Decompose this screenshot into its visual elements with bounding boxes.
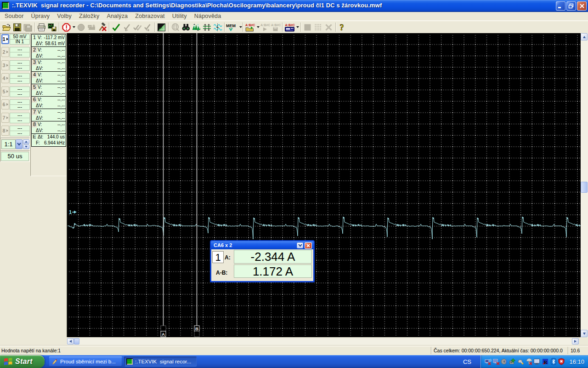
- channel-8-input[interactable]: ---: [10, 131, 30, 136]
- channel-2-input[interactable]: ---: [10, 52, 30, 58]
- delete-record-button[interactable]: [97, 22, 107, 33]
- menu-item-pravy[interactable]: Úpravy: [28, 12, 54, 20]
- record-stop-button[interactable]: [61, 22, 76, 33]
- oscillogram-plot[interactable]: 1AB: [67, 33, 581, 337]
- channel-3-input[interactable]: ---: [10, 65, 30, 71]
- zoom-select[interactable]: 1:1: [1, 139, 16, 149]
- channel-3-button[interactable]: 3: [1, 60, 9, 70]
- verify-button[interactable]: [111, 22, 121, 33]
- channel-2-button[interactable]: 2: [1, 47, 9, 57]
- mouse-device-icon[interactable]: [517, 358, 525, 365]
- restore-button[interactable]: [566, 1, 576, 11]
- measurement-row-channel-3: 3V:--.--ΔV:--.--: [32, 59, 66, 72]
- horizontal-scrollbar[interactable]: [67, 338, 579, 345]
- channel-4-input[interactable]: ---: [10, 78, 30, 84]
- waveform-cursors-button[interactable]: [202, 22, 212, 33]
- menu-item-analza[interactable]: Analýza: [103, 12, 131, 20]
- minimize-button[interactable]: [556, 1, 565, 11]
- zoom-dropdown-button[interactable]: [16, 139, 23, 149]
- block-grid-button: [313, 22, 323, 33]
- save-file-button[interactable]: [12, 22, 23, 33]
- screen-layout-button[interactable]: [156, 22, 167, 33]
- close-button[interactable]: [577, 1, 587, 11]
- print-button[interactable]: [36, 22, 47, 33]
- safely-remove-hardware-icon[interactable]: [509, 358, 516, 365]
- ca6-window[interactable]: CA6 x 2 1 A: -2.344 A A-B: 1.172 A: [210, 240, 315, 282]
- task-button-texvik[interactable]: :.TEXVIK signal recor...: [124, 356, 197, 367]
- bluetooth-icon[interactable]: [550, 358, 557, 365]
- texvik-icon: [126, 358, 133, 365]
- r-application-icon[interactable]: R: [542, 358, 549, 365]
- toolbar-separator: [281, 22, 284, 32]
- toolbar-separator: [33, 22, 36, 32]
- channel-4-button[interactable]: 4: [1, 73, 9, 83]
- web-button: [170, 22, 181, 33]
- script-open-icon: A:B#C: [245, 23, 255, 32]
- export-image-button[interactable]: [47, 22, 57, 33]
- channel-1-zero-marker[interactable]: 1: [69, 209, 77, 215]
- cursor-B[interactable]: B: [194, 33, 199, 337]
- arrow-up-icon: [583, 36, 586, 38]
- waveform-overview-icon: [192, 23, 201, 32]
- menu-item-zobrazovat[interactable]: Zobrazovat: [131, 12, 169, 20]
- channel-7-button[interactable]: 7: [1, 113, 9, 123]
- channel-arrow-icon: [6, 77, 8, 80]
- security-alert-icon[interactable]: [558, 358, 565, 365]
- ca6-close-button[interactable]: [305, 242, 312, 249]
- display-settings-icon[interactable]: [533, 358, 541, 365]
- toolbar-separator: [153, 22, 156, 32]
- taskbar-clock[interactable]: 16:10: [569, 355, 584, 368]
- cursor-A[interactable]: A: [161, 33, 166, 337]
- channel-5-button[interactable]: 5: [1, 86, 9, 97]
- open-file-button[interactable]: [1, 22, 12, 33]
- toolbar-separator: [107, 22, 111, 32]
- start-button[interactable]: Start: [0, 355, 45, 368]
- network-monitor-waves-icon[interactable]: [485, 358, 492, 365]
- channel-5-input[interactable]: ---: [10, 92, 30, 97]
- channel-1-button[interactable]: 1: [1, 34, 9, 44]
- menu-item-soubor[interactable]: Soubor: [1, 12, 28, 20]
- timebase-value[interactable]: 50 us: [1, 152, 29, 161]
- horizontal-scroll-thumb[interactable]: [74, 338, 79, 345]
- measurement-line-dv: ΔV:--.--: [36, 128, 65, 133]
- script-open-button[interactable]: A:B#C: [244, 22, 260, 33]
- verify-all-icon: [132, 23, 142, 32]
- dropdown-arrow-icon: [257, 26, 260, 28]
- wireless-error-icon[interactable]: [526, 358, 533, 365]
- volume-icon[interactable]: [501, 358, 508, 365]
- language-indicator[interactable]: CS: [460, 355, 474, 368]
- script-display-button[interactable]: A:B#C: [284, 22, 299, 33]
- scroll-left-button[interactable]: [67, 338, 74, 345]
- vertical-scrollbar[interactable]: [581, 33, 588, 337]
- zoom-spin-up-button[interactable]: [23, 139, 29, 144]
- menu-item-zloky[interactable]: Záložky: [75, 12, 103, 20]
- waveform-compare-button[interactable]: [212, 22, 223, 33]
- search-button[interactable]: [181, 22, 191, 33]
- block-solid-button: [302, 22, 313, 33]
- task-button-proud[interactable]: Proud sběrnicí mezi b...: [49, 356, 122, 367]
- waveform-overview-button[interactable]: [191, 22, 202, 33]
- memory-button[interactable]: MEM: [226, 22, 241, 33]
- channel-6-button[interactable]: 6: [1, 99, 9, 109]
- channel-1-input[interactable]: IN 1: [10, 39, 30, 45]
- scroll-right-button[interactable]: [572, 338, 579, 345]
- channel-7-fields: ------: [10, 113, 30, 123]
- menu-item-volby[interactable]: Volby: [53, 12, 75, 20]
- network-monitor-error-icon[interactable]: [493, 358, 500, 365]
- vertical-scroll-thumb[interactable]: [581, 182, 588, 193]
- measurement-line-dv: ΔV:--.--: [36, 66, 65, 71]
- measurement-line-dv: ΔV:58.61 mV: [36, 41, 65, 46]
- channel-7-input[interactable]: ---: [10, 118, 30, 123]
- menu-item-utility[interactable]: Utility: [169, 12, 191, 20]
- scroll-down-button[interactable]: [581, 330, 588, 337]
- channel-8-button[interactable]: 8: [1, 126, 9, 136]
- scroll-up-button[interactable]: [581, 33, 588, 40]
- svg-text:MEM: MEM: [226, 23, 236, 28]
- svg-text:1: 1: [69, 209, 72, 215]
- channel-6-input[interactable]: ---: [10, 104, 30, 110]
- zoom-spin-down-button[interactable]: [23, 144, 29, 149]
- menu-item-npovda[interactable]: Nápověda: [191, 12, 225, 20]
- measurement-cursor-id: E: [32, 134, 37, 140]
- ca6-collapse-button[interactable]: [297, 242, 303, 248]
- help-button[interactable]: ?: [337, 22, 348, 33]
